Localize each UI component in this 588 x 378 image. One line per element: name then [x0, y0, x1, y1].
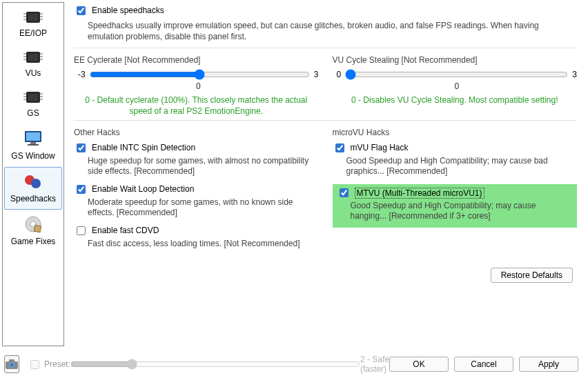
- preset-label: Preset:: [44, 359, 70, 369]
- cancel-button[interactable]: Cancel: [454, 357, 513, 372]
- intc-checkbox[interactable]: [77, 143, 86, 152]
- svg-point-29: [31, 179, 41, 188]
- vu-cycle-title: VU Cycle Stealing [Not Recommended]: [333, 55, 578, 65]
- sidebar-item-label: GS Window: [11, 151, 55, 161]
- preset-slider[interactable]: [70, 359, 360, 370]
- divider: [74, 120, 577, 121]
- fast-cdvd-label: Enable fast CDVD: [92, 226, 159, 235]
- chip-icon: [22, 49, 44, 66]
- disc-patch-icon: [22, 215, 44, 234]
- ee-cyclerate-desc: 0 - Default cyclerate (100%). This close…: [74, 95, 319, 117]
- enable-speedhacks-checkbox[interactable]: [77, 6, 86, 15]
- mvu-flag-checkbox[interactable]: [335, 143, 344, 152]
- chip-icon: [22, 89, 44, 106]
- svg-point-36: [10, 364, 13, 366]
- preset-checkbox[interactable]: [30, 360, 39, 369]
- ee-slider-max: 3: [314, 70, 319, 79]
- mvu-flag-label: mVU Flag Hack: [351, 143, 409, 152]
- ok-button[interactable]: OK: [389, 357, 449, 372]
- fast-cdvd-desc: Fast disc access, less loading times. [N…: [88, 239, 319, 250]
- wait-loop-desc: Moderate speedup for some games, with no…: [88, 197, 319, 219]
- sidebar-item-gs[interactable]: GS: [4, 84, 62, 124]
- intc-desc: Huge speedup for some games, with almost…: [88, 156, 319, 177]
- screenshot-button[interactable]: [4, 355, 19, 373]
- svg-rect-26: [30, 142, 36, 144]
- chip-icon: [22, 9, 44, 26]
- ee-cyclerate-slider[interactable]: [90, 69, 310, 80]
- sidebar-item-ee-iop[interactable]: EE/IOP: [4, 4, 62, 44]
- mtvu-hack-box: MTVU (Multi-Threaded microVU1) Good Spee…: [333, 184, 578, 228]
- mvu-flag-desc: Good Speedup and High Compatibility; may…: [346, 156, 578, 177]
- divider: [74, 48, 577, 48]
- enable-speedhacks-label: Enable speedhacks: [92, 6, 164, 15]
- sidebar-item-vus[interactable]: VUs: [4, 44, 62, 84]
- ee-slider-min: -3: [78, 70, 86, 79]
- vu-slider-center: 0: [337, 81, 578, 91]
- sidebar-item-label: Speedhacks: [10, 194, 56, 203]
- monitor-icon: [22, 129, 44, 148]
- ee-cyclerate-title: EE Cyclerate [Not Recommended]: [74, 55, 319, 65]
- svg-rect-32: [34, 225, 41, 232]
- sidebar-item-label: EE/IOP: [19, 28, 47, 38]
- sidebar-item-game-fixes[interactable]: Game Fixes: [4, 210, 62, 252]
- vu-cycle-desc: 0 - Disables VU Cycle Stealing. Most com…: [333, 95, 578, 106]
- camera-icon: [5, 359, 19, 370]
- svg-rect-34: [9, 359, 14, 362]
- svg-rect-27: [28, 144, 39, 146]
- bottom-bar: Preset: 2 - Safe (faster) OK Cancel Appl…: [0, 352, 588, 378]
- sidebar-item-label: VUs: [26, 68, 41, 78]
- content-pane: Enable speedhacks Speedhacks usually imp…: [64, 0, 588, 348]
- sidebar-item-gs-window[interactable]: GS Window: [4, 124, 62, 167]
- svg-rect-25: [26, 132, 40, 141]
- settings-sidebar: EE/IOP VUs GS GS Window Speedhacks Game …: [2, 2, 64, 346]
- wait-loop-checkbox[interactable]: [77, 185, 86, 194]
- restore-defaults-button[interactable]: Restore Defaults: [491, 268, 573, 283]
- vu-slider-min: 0: [337, 70, 342, 79]
- microvu-title: microVU Hacks: [333, 128, 578, 137]
- intc-label: Enable INTC Spin Detection: [92, 143, 195, 152]
- other-hacks-title: Other Hacks: [74, 128, 319, 137]
- vu-cycle-slider[interactable]: [345, 69, 568, 80]
- wait-loop-label: Enable Wait Loop Detection: [92, 184, 194, 194]
- pills-icon: [22, 172, 44, 191]
- svg-rect-1: [28, 14, 38, 21]
- sidebar-item-label: GS: [27, 108, 39, 118]
- apply-button[interactable]: Apply: [519, 357, 578, 372]
- ee-slider-center: 0: [78, 81, 319, 91]
- vu-slider-max: 3: [572, 70, 577, 79]
- mtvu-checkbox[interactable]: [340, 188, 349, 197]
- mtvu-desc: Good Speedup and High Compatibility; may…: [351, 201, 574, 222]
- preset-desc: 2 - Safe (faster): [360, 355, 389, 374]
- enable-speedhacks-desc: Speedhacks usually improve emulation spe…: [88, 20, 577, 42]
- fast-cdvd-checkbox[interactable]: [77, 226, 86, 235]
- sidebar-item-speedhacks[interactable]: Speedhacks: [4, 167, 62, 210]
- mtvu-label: MTVU (Multi-Threaded microVU1): [355, 188, 484, 199]
- sidebar-item-label: Game Fixes: [11, 237, 56, 246]
- svg-rect-17: [28, 94, 38, 101]
- svg-rect-9: [28, 54, 38, 61]
